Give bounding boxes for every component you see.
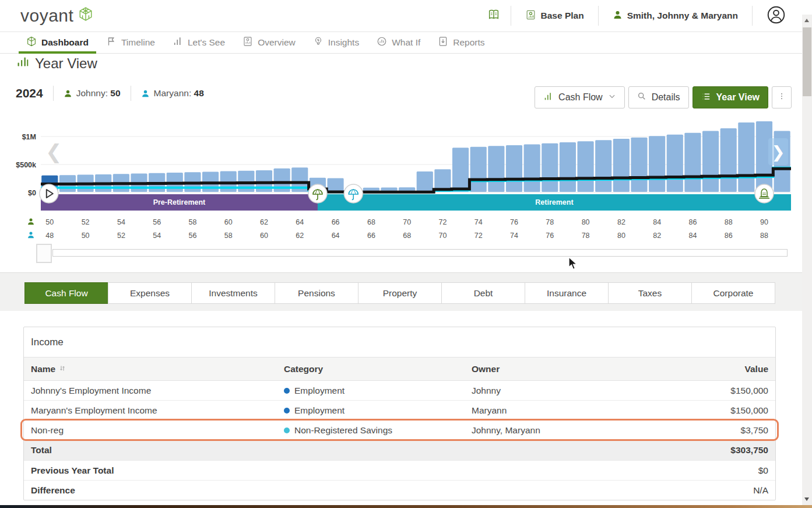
age-label: 76 [546,232,554,240]
section-tab-band: Cash FlowExpensesInvestmentsPensionsProp… [0,272,802,311]
tab-cash-flow[interactable]: Cash Flow [24,282,108,304]
umbrella-icon[interactable] [308,184,327,203]
mouse-cursor [568,257,581,273]
client-button[interactable]: Smith, Johnny & Maryann [609,9,741,23]
voyant-logo-text: voyant [20,6,73,26]
nav-tab-overview[interactable]: Overview [234,32,304,53]
cube-icon [26,36,37,49]
chart-type-button[interactable]: Cash Flow [535,86,625,108]
overview-doc-icon [242,36,253,49]
flag-icon [106,36,117,49]
more-options-button[interactable] [772,86,792,108]
chart-next-button[interactable]: ❯ [768,138,788,165]
tab-expenses[interactable]: Expenses [108,282,192,304]
sort-icon [59,364,66,374]
scrollbar-thumb[interactable] [803,27,811,96]
divider [53,86,54,101]
tab-corporate[interactable]: Corporate [691,282,775,304]
base-plan-label: Base Plan [541,10,584,21]
age-label: 82 [653,232,661,240]
nav-tab-what-if[interactable]: What If [368,32,429,53]
tab-insurance[interactable]: Insurance [525,282,609,304]
app-root: voyant [0,0,812,508]
column-header-value[interactable]: Value [676,364,775,374]
age-label: 70 [439,232,447,240]
age-axis-maryann: 4850525456586062646668707274767880828486… [0,230,802,242]
account-button[interactable] [763,5,789,27]
age-label: 90 [760,218,768,226]
section-tabs: Cash FlowExpensesInvestmentsPensionsProp… [24,282,775,304]
umbrella-icon[interactable] [344,184,363,203]
age-label: 76 [510,218,518,226]
nav-tab-dashboard[interactable]: Dashboard [17,32,97,53]
age-label: 78 [546,218,554,226]
age-label: 70 [403,218,411,226]
divider [598,6,599,26]
age-label: 72 [439,218,447,226]
age-label: 54 [117,218,125,226]
table-row-highlighted[interactable]: Non-reg Non-Registered Savings Johnny, M… [24,421,775,440]
nav-tab-insights[interactable]: Insights [304,32,368,53]
tab-investments[interactable]: Investments [191,282,275,304]
voyant-logo[interactable]: voyant [20,6,93,26]
table-row[interactable]: Johnny's Employment Income Employment Jo… [24,381,775,401]
chart-prev-button[interactable]: ❮ [45,142,62,162]
bar-chart-icon [543,92,553,104]
nav-tab-let-s-see[interactable]: Let's See [164,32,234,53]
page-title: Year View [35,55,97,72]
play-icon[interactable] [40,184,58,203]
vertical-scrollbar[interactable] [802,15,812,505]
window-bottom-edge [0,505,812,508]
person-icon [27,218,35,227]
column-header-category[interactable]: Category [277,364,465,374]
timeline-slider-handle[interactable] [36,244,52,263]
nav-tab-timeline[interactable]: Timeline [97,32,164,53]
nav-tab-reports[interactable]: Reports [429,32,493,53]
tab-debt[interactable]: Debt [441,282,525,304]
age-label: 64 [296,218,304,226]
age-label: 74 [510,232,518,240]
column-header-name[interactable]: Name [24,364,277,374]
age-label: 88 [725,218,733,226]
age-label: 84 [689,232,697,240]
bar-chart-icon [173,36,183,49]
base-plan-button[interactable]: Base Plan [522,9,588,23]
svg-text:Retirement: Retirement [535,198,574,206]
age-label: 86 [689,218,697,226]
person-chip-maryann: Maryann: 48 [141,88,204,99]
timeline-slider-track[interactable] [52,249,788,257]
age-label: 68 [367,218,375,226]
top-bar: voyant [0,0,802,32]
column-header-owner[interactable]: Owner [465,364,676,374]
age-label: 78 [582,232,590,240]
age-label: 56 [153,218,161,226]
year-view-chart-icon [16,55,29,72]
age-label: 62 [296,232,304,240]
summary-row-difference: Difference N/A [24,481,775,500]
page-title-row: Year View [16,55,97,72]
current-year-label: 2024 [16,86,43,100]
plan-doc-icon [525,9,536,23]
person-chip-johnny: Johnny: 50 [64,88,121,99]
search-icon [637,92,646,103]
book-icon[interactable] [487,8,500,23]
what-if-icon [377,36,387,49]
table-row[interactable]: Maryann's Employment Income Employment M… [24,401,775,421]
year-view-button[interactable]: Year View [693,86,768,108]
tab-taxes[interactable]: Taxes [608,282,692,304]
cash-flow-chart[interactable]: $1M$500k$0Pre-RetirementRetirement [0,111,802,213]
tombstone-icon[interactable] [755,184,774,203]
tab-pensions[interactable]: Pensions [275,282,358,304]
scroll-down-arrow-icon[interactable] [804,498,809,501]
age-label: 80 [617,232,625,240]
age-label: 68 [403,232,411,240]
age-label: 74 [474,218,483,226]
age-label: 52 [117,232,125,240]
age-label: 84 [653,218,661,226]
client-name-label: Smith, Johnny & Maryann [627,10,738,21]
details-button[interactable]: Details [628,86,689,108]
chevron-down-icon [608,92,616,103]
scroll-up-arrow-icon[interactable] [804,19,809,22]
tab-property[interactable]: Property [358,282,442,304]
divider [511,6,511,26]
